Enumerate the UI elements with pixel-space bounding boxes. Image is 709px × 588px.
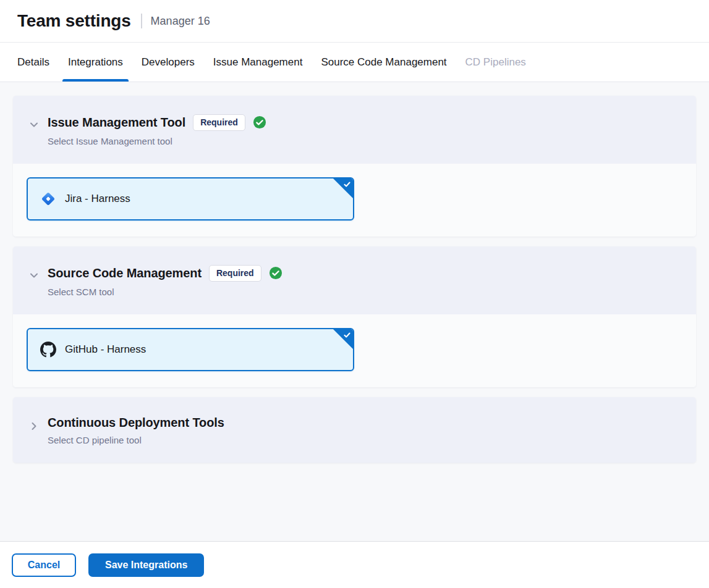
page-title: Team settings	[17, 11, 131, 31]
jira-icon	[40, 191, 56, 207]
section-scm-body: GitHub - Harness	[13, 314, 696, 387]
tab-cd-pipelines: CD Pipelines	[465, 43, 526, 82]
section-subtitle: Select SCM tool	[48, 287, 282, 297]
tool-card-label: GitHub - Harness	[65, 343, 146, 356]
tool-card-jira-harness[interactable]: Jira - Harness	[27, 177, 354, 220]
integrations-content: Issue Management Tool Required Select Is…	[0, 82, 709, 541]
section-scm-header[interactable]: Source Code Management Required Select S…	[13, 246, 696, 314]
chevron-down-icon[interactable]	[28, 269, 40, 282]
section-title: Source Code Management	[48, 266, 202, 280]
selected-check-icon	[343, 180, 351, 188]
save-integrations-button[interactable]: Save Integrations	[88, 553, 204, 577]
section-issue-management-header[interactable]: Issue Management Tool Required Select Is…	[13, 96, 696, 164]
settings-tabbar: Details Integrations Developers Issue Ma…	[0, 43, 709, 82]
team-name-label: Manager 16	[151, 15, 210, 28]
chevron-down-icon[interactable]	[28, 119, 40, 131]
section-subtitle: Select Issue Management tool	[48, 136, 266, 146]
tab-source-code-management[interactable]: Source Code Management	[321, 43, 446, 82]
chevron-right-icon[interactable]	[28, 420, 40, 432]
cancel-button[interactable]: Cancel	[12, 553, 76, 577]
required-badge: Required	[193, 114, 245, 131]
tab-details[interactable]: Details	[17, 43, 49, 82]
selected-check-icon	[343, 331, 351, 339]
section-cd-header[interactable]: Continuous Deployment Tools Select CD pi…	[13, 397, 696, 463]
footer-actions: Cancel Save Integrations	[0, 541, 709, 588]
github-icon	[40, 342, 56, 358]
section-title: Continuous Deployment Tools	[48, 416, 224, 430]
section-subtitle: Select CD pipeline tool	[48, 435, 224, 445]
check-circle-icon	[269, 266, 282, 280]
required-badge: Required	[209, 265, 261, 282]
section-continuous-deployment-tools: Continuous Deployment Tools Select CD pi…	[13, 397, 696, 463]
section-title: Issue Management Tool	[48, 116, 185, 130]
tool-card-label: Jira - Harness	[65, 193, 130, 205]
section-issue-management-tool: Issue Management Tool Required Select Is…	[13, 96, 696, 237]
tab-issue-management[interactable]: Issue Management	[213, 43, 303, 82]
tool-card-github-harness[interactable]: GitHub - Harness	[27, 328, 354, 371]
section-issue-management-body: Jira - Harness	[13, 164, 696, 237]
tab-integrations[interactable]: Integrations	[68, 43, 123, 82]
check-circle-icon	[253, 116, 266, 129]
tab-developers[interactable]: Developers	[142, 43, 195, 82]
page-header: Team settings Manager 16	[0, 0, 709, 43]
section-source-code-management: Source Code Management Required Select S…	[13, 246, 696, 387]
title-divider	[141, 14, 142, 28]
